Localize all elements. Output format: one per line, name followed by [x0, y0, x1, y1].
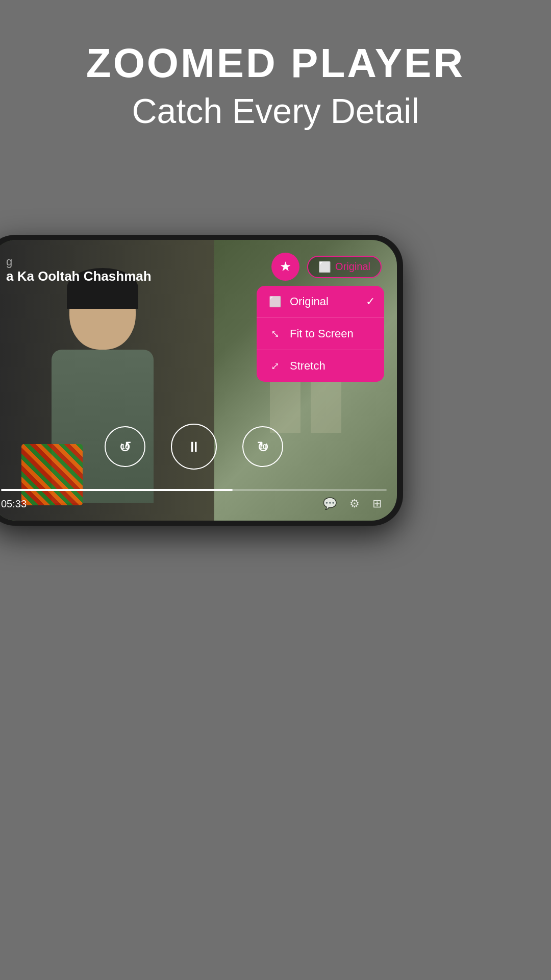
pause-button[interactable]: ⏸: [171, 424, 217, 470]
fit-to-screen-icon: ⤡: [268, 328, 282, 340]
stretch-label: Stretch: [290, 359, 325, 373]
pause-icon: ⏸: [187, 438, 201, 455]
original-label: Original: [290, 295, 329, 308]
show-title-overlay: g a Ka Ooltah Chashmah: [6, 255, 152, 284]
zoom-button[interactable]: ⊞: [372, 497, 382, 510]
phone-mockup: g a Ka Ooltah Chashmah ★ ⬜ Original: [0, 235, 403, 531]
progress-area: 05:33 💬 ⚙ ⊞: [1, 489, 387, 510]
zoom-mode-button[interactable]: ⬜ Original: [307, 256, 382, 278]
original-icon: ⬜: [268, 296, 282, 308]
video-background: g a Ka Ooltah Chashmah ★ ⬜ Original: [0, 240, 397, 521]
dropdown-item-fit-to-screen[interactable]: ⤡ Fit to Screen: [257, 318, 384, 350]
rewind-button[interactable]: ↺ 10: [105, 426, 145, 467]
page-subtitle: Catch Every Detail: [0, 91, 551, 131]
page-background: ZOOMED PLAYER Catch Every Detail: [0, 0, 551, 980]
playback-controls: ↺ 10 ⏸ ↻ 10: [0, 424, 397, 470]
fit-to-screen-label: Fit to Screen: [290, 327, 354, 340]
header-section: ZOOMED PLAYER Catch Every Detail: [0, 0, 551, 151]
bottom-controls: 05:33 💬 ⚙ ⊞: [1, 497, 387, 510]
favorite-button[interactable]: ★: [271, 253, 299, 281]
phone-outer-frame: g a Ka Ooltah Chashmah ★ ⬜ Original: [0, 235, 403, 526]
check-icon: ✓: [366, 295, 375, 308]
forward-seconds: 10: [259, 443, 267, 451]
subtitle-button[interactable]: 💬: [323, 497, 337, 510]
top-right-controls: ★ ⬜ Original: [271, 253, 382, 281]
forward-button[interactable]: ↻ 10: [242, 426, 283, 467]
phone-screen: g a Ka Ooltah Chashmah ★ ⬜ Original: [0, 240, 397, 521]
person-head: [69, 273, 136, 350]
dropdown-item-original[interactable]: ⬜ Original ✓: [257, 286, 384, 318]
show-title-line2: a Ka Ooltah Chashmah: [6, 268, 152, 284]
zoom-mode-label: Original: [335, 261, 370, 273]
rewind-seconds: 10: [121, 443, 129, 451]
progress-bar-container[interactable]: [1, 489, 387, 491]
page-title: ZOOMED PLAYER: [0, 41, 551, 86]
show-title-line1: g: [6, 255, 152, 268]
star-icon: ★: [280, 259, 291, 275]
zoom-mode-dropdown: ⬜ Original ✓ ⤡ Fit to Screen ⤢ Stretch: [257, 286, 384, 382]
settings-button[interactable]: ⚙: [349, 497, 360, 510]
stretch-icon: ⤢: [268, 360, 282, 372]
time-display: 05:33: [1, 498, 27, 510]
progress-bar-fill: [1, 489, 233, 491]
dropdown-item-stretch[interactable]: ⤢ Stretch: [257, 350, 384, 382]
zoom-mode-icon: ⬜: [318, 261, 331, 273]
